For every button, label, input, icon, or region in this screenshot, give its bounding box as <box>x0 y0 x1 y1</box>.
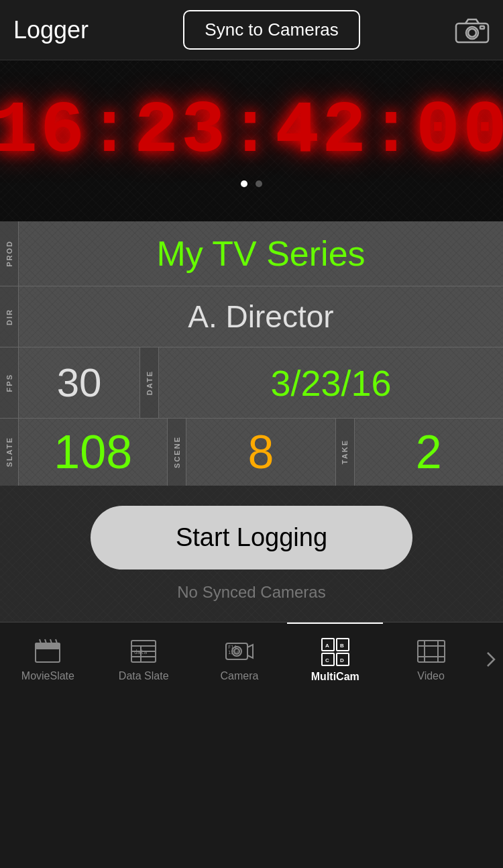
svg-text:F14: F14 <box>228 645 237 650</box>
svg-rect-30 <box>418 641 445 662</box>
data-slate-icon: data <box>129 637 158 666</box>
tab-video[interactable]: Video <box>383 622 479 696</box>
no-cameras-text: No Synced Cameras <box>177 583 325 602</box>
production-label-cell: PROD <box>0 221 19 286</box>
scene-value: 8 <box>248 425 274 479</box>
svg-text:C: C <box>325 657 329 663</box>
app-title: Logger <box>13 16 89 44</box>
scene-label: SCENE <box>173 436 181 468</box>
bottom-area: Start Logging No Synced Cameras <box>0 486 503 622</box>
tab-bar: MovieSlate data Data Slate F14 1/60 Came… <box>0 622 503 696</box>
tab-data-slate[interactable]: data Data Slate <box>96 622 192 696</box>
slate-section: PROD My TV Series DIR A. Director FPS 30… <box>0 221 503 486</box>
slate-value-cell[interactable]: 108 <box>19 419 167 486</box>
movie-slate-icon <box>33 637 62 666</box>
production-value-cell[interactable]: My TV Series <box>19 221 503 286</box>
fps-value: 30 <box>57 360 102 406</box>
slate-scene-take-row: SLATE 108 SCENE 8 TAKE 2 <box>0 419 503 486</box>
tab-movie-slate-label: MovieSlate <box>21 670 74 682</box>
camera-icon <box>455 17 490 44</box>
timecode-section: 16:23:42:00 <box>0 60 503 221</box>
fps-cell[interactable]: FPS 30 <box>0 347 139 418</box>
date-value: 3/23/16 <box>270 362 391 404</box>
tab-more-button[interactable] <box>479 622 503 696</box>
fps-value-cell[interactable]: 30 <box>19 347 139 418</box>
camera-tab-icon: F14 1/60 <box>225 637 254 666</box>
camera-button[interactable] <box>455 17 490 44</box>
slate-cell[interactable]: SLATE 108 <box>0 419 168 486</box>
take-value-cell[interactable]: 2 <box>355 419 503 486</box>
scene-value-cell[interactable]: 8 <box>186 419 335 486</box>
fps-date-row: FPS 30 DATE 3/23/16 <box>0 347 503 419</box>
svg-text:data: data <box>134 649 147 655</box>
director-label-cell: DIR <box>0 286 19 347</box>
tab-multicam[interactable]: A B C D MultiCam <box>287 622 383 696</box>
svg-text:B: B <box>340 643 344 649</box>
header: Logger Sync to Cameras <box>0 0 503 60</box>
tab-camera[interactable]: F14 1/60 Camera <box>192 622 288 696</box>
tab-video-label: Video <box>417 670 445 682</box>
svg-text:1/60: 1/60 <box>228 650 239 655</box>
tab-movie-slate[interactable]: MovieSlate <box>0 622 96 696</box>
date-label: DATE <box>146 370 154 395</box>
page-indicator <box>241 180 262 187</box>
start-logging-button[interactable]: Start Logging <box>91 506 412 569</box>
dot-1 <box>241 180 247 187</box>
director-value: A. Director <box>188 299 333 335</box>
director-label: DIR <box>5 309 13 325</box>
svg-text:D: D <box>340 657 344 663</box>
timecode-display: 16:23:42:00 <box>0 95 503 168</box>
take-value: 2 <box>416 425 442 479</box>
date-value-cell[interactable]: 3/23/16 <box>159 347 503 418</box>
multicam-icon: A B C D <box>321 637 350 667</box>
fps-label-cell: FPS <box>0 347 19 418</box>
scene-cell[interactable]: SCENE 8 <box>168 419 335 486</box>
date-label-cell: DATE <box>140 347 159 418</box>
video-icon <box>416 637 446 666</box>
production-row[interactable]: PROD My TV Series <box>0 221 503 286</box>
date-cell[interactable]: DATE 3/23/16 <box>139 347 503 418</box>
fps-label: FPS <box>5 374 13 392</box>
svg-rect-3 <box>480 26 484 29</box>
sync-to-cameras-button[interactable]: Sync to Cameras <box>183 10 359 50</box>
tab-data-slate-label: Data Slate <box>119 670 169 682</box>
tab-camera-label: Camera <box>221 670 259 682</box>
production-value: My TV Series <box>156 233 365 274</box>
scene-label-cell: SCENE <box>168 419 186 486</box>
take-label: TAKE <box>341 439 349 464</box>
take-cell[interactable]: TAKE 2 <box>336 419 503 486</box>
production-label: PROD <box>5 240 13 267</box>
dot-2 <box>256 180 262 187</box>
tab-multicam-label: MultiCam <box>311 671 359 683</box>
svg-text:A: A <box>325 643 329 649</box>
director-value-cell[interactable]: A. Director <box>19 286 503 347</box>
take-label-cell: TAKE <box>336 419 355 486</box>
slate-label-cell: SLATE <box>0 419 19 486</box>
director-row[interactable]: DIR A. Director <box>0 286 503 347</box>
slate-value: 108 <box>54 425 132 479</box>
slate-label: SLATE <box>5 437 13 467</box>
svg-point-2 <box>468 29 476 37</box>
